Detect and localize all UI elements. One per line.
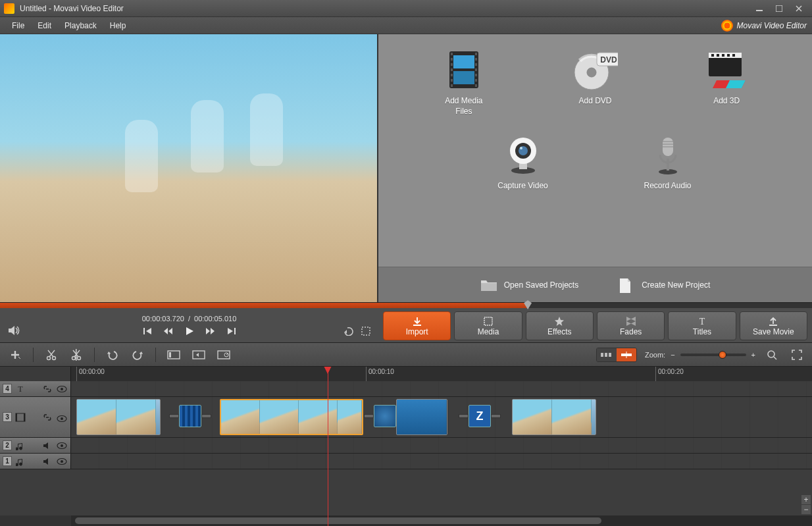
ruler-tick-0: 00:00:00 — [76, 367, 105, 381]
tab-effects[interactable]: Effects — [526, 311, 594, 340]
volume-button[interactable] — [8, 325, 20, 336]
import-icon — [412, 316, 422, 327]
menu-help[interactable]: Help — [103, 18, 133, 33]
svg-rect-15 — [475, 68, 477, 71]
menu-edit[interactable]: Edit — [31, 18, 58, 33]
link-icon[interactable] — [41, 411, 53, 423]
clip-speed-button[interactable] — [215, 346, 232, 363]
mute-icon[interactable] — [41, 440, 53, 452]
clip-4[interactable]: Water.jpg (0:00:03) — [512, 399, 596, 435]
video-preview[interactable] — [0, 34, 377, 302]
tab-media-label: Media — [478, 327, 499, 336]
svg-text:DVD: DVD — [601, 55, 618, 65]
visibility-icon[interactable] — [56, 440, 68, 452]
document-icon — [618, 278, 635, 292]
titlebar: Untitled - Movavi Video Editor — [0, 0, 812, 17]
link-icon[interactable] — [41, 383, 53, 395]
clip-props-button[interactable] — [165, 346, 182, 363]
tab-import[interactable]: Import — [383, 311, 451, 340]
transition-1[interactable] — [179, 405, 201, 427]
visibility-icon[interactable] — [56, 413, 68, 425]
track-3: 3 1.mp4 (0:00:03) Summer.mp4 (0:00:05) S… — [0, 397, 812, 438]
timeline-hscroll[interactable] — [0, 515, 812, 526]
split-button[interactable] — [68, 346, 85, 363]
tab-titles-label: Titles — [693, 327, 711, 336]
svg-point-49 — [53, 356, 56, 359]
fullscreen-button[interactable] — [788, 346, 805, 363]
visibility-icon[interactable] — [56, 456, 68, 467]
timecode-sep: / — [188, 315, 190, 323]
undo-button[interactable] — [344, 327, 355, 336]
clip-tools-button[interactable] — [190, 346, 207, 363]
add-media-files-tile[interactable]: Add Media Files — [411, 43, 517, 120]
zoom-slider[interactable] — [680, 354, 746, 356]
webcam-icon — [500, 132, 546, 177]
open-saved-projects[interactable]: Open Saved Projects — [480, 278, 578, 292]
fades-icon — [626, 316, 636, 327]
undo2-button[interactable] — [104, 346, 121, 363]
hscroll-thumb[interactable] — [75, 517, 601, 524]
transition-3[interactable]: Z — [469, 405, 491, 427]
add-3d-tile[interactable]: Add 3D — [674, 43, 779, 120]
minimize-button[interactable] — [750, 3, 769, 14]
clip-3[interactable]: Swimming.jpg (0:... — [396, 399, 447, 435]
svg-rect-13 — [475, 58, 477, 61]
svg-rect-68 — [24, 413, 25, 421]
tab-titles[interactable]: T Titles — [668, 311, 736, 340]
play-button[interactable] — [184, 326, 195, 336]
projects-bar: Open Saved Projects Create New Project — [378, 267, 812, 302]
zoom-plus[interactable]: + — [751, 351, 755, 359]
track-4-num: 4 — [3, 384, 12, 394]
svg-rect-11 — [451, 84, 453, 87]
tab-media[interactable]: Media — [454, 311, 522, 340]
add-dvd-tile[interactable]: DVD Add DVD — [542, 43, 647, 120]
dvd-icon: DVD — [572, 47, 618, 92]
svg-rect-44 — [234, 328, 236, 334]
record-audio-tile[interactable]: Record Audio — [615, 128, 721, 196]
menu-playback[interactable]: Playback — [58, 18, 103, 33]
create-new-project[interactable]: Create New Project — [618, 278, 710, 292]
rewind-button[interactable] — [163, 327, 174, 336]
forward-button[interactable] — [205, 327, 216, 336]
clip-1[interactable]: 1.mp4 (0:00:03) — [76, 399, 161, 435]
go-start-button[interactable] — [143, 327, 153, 336]
track-zoom-out[interactable]: − — [801, 505, 811, 514]
svg-point-50 — [72, 356, 76, 359]
film-strip-icon — [441, 47, 487, 92]
view-toggle[interactable] — [596, 348, 637, 362]
go-end-button[interactable] — [226, 327, 236, 336]
preview-column — [0, 34, 378, 302]
timeline-ruler[interactable]: 00:00:00 00:00:10 00:00:20 — [0, 367, 812, 381]
track-zoom-in[interactable]: + — [801, 495, 811, 504]
timeline-playhead[interactable] — [328, 367, 328, 526]
clip-2-selected[interactable]: Summer.mp4 (0:00:05) — [220, 399, 363, 435]
add-track-button[interactable] — [7, 346, 24, 363]
playback-progress[interactable] — [0, 303, 812, 308]
zoom-minus[interactable]: − — [671, 351, 674, 359]
tab-effects-label: Effects — [547, 327, 571, 336]
svg-point-21 — [587, 68, 596, 77]
redo2-button[interactable] — [129, 346, 146, 363]
mute-icon[interactable] — [41, 456, 53, 467]
tab-import-label: Import — [406, 327, 428, 336]
tab-fades[interactable]: Fades — [597, 311, 665, 340]
audio-track-icon — [14, 456, 26, 467]
svg-rect-0 — [756, 10, 763, 11]
fit-zoom-button[interactable] — [763, 346, 780, 363]
capture-video-tile[interactable]: Capture Video — [470, 128, 576, 196]
close-button[interactable] — [790, 3, 808, 14]
audio-track-icon — [14, 440, 26, 452]
cut-button[interactable] — [43, 346, 60, 363]
timeline-view-icon[interactable] — [617, 348, 636, 361]
track-3-lane[interactable]: 1.mp4 (0:00:03) Summer.mp4 (0:00:05) Swi… — [71, 397, 812, 437]
timecode-total: 00:00:05.010 — [194, 315, 236, 323]
visibility-icon[interactable] — [56, 383, 68, 395]
crop-button[interactable] — [361, 327, 370, 336]
tab-save-movie[interactable]: Save Movie — [740, 311, 807, 340]
menu-file[interactable]: File — [5, 18, 31, 33]
maximize-button[interactable] — [770, 3, 788, 14]
storyboard-view-icon[interactable] — [597, 348, 617, 361]
svg-point-48 — [47, 356, 51, 359]
zoom-knob[interactable] — [719, 351, 726, 359]
transition-2[interactable] — [374, 405, 396, 427]
